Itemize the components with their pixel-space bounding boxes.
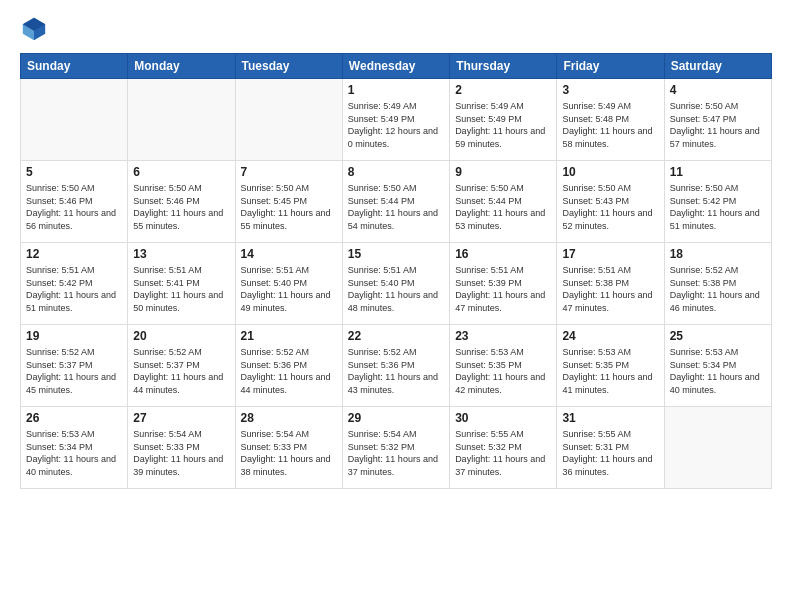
calendar-cell: 25 Sunrise: 5:53 AMSunset: 5:34 PMDaylig… [664,325,771,407]
cell-details: Sunrise: 5:50 AMSunset: 5:46 PMDaylight:… [133,182,229,232]
calendar-cell: 4 Sunrise: 5:50 AMSunset: 5:47 PMDayligh… [664,79,771,161]
day-number: 9 [455,165,551,179]
calendar-cell: 20 Sunrise: 5:52 AMSunset: 5:37 PMDaylig… [128,325,235,407]
calendar-cell: 12 Sunrise: 5:51 AMSunset: 5:42 PMDaylig… [21,243,128,325]
cell-details: Sunrise: 5:51 AMSunset: 5:39 PMDaylight:… [455,264,551,314]
day-number: 26 [26,411,122,425]
day-number: 29 [348,411,444,425]
day-number: 20 [133,329,229,343]
weekday-header-row: SundayMondayTuesdayWednesdayThursdayFrid… [21,54,772,79]
cell-details: Sunrise: 5:50 AMSunset: 5:46 PMDaylight:… [26,182,122,232]
calendar-cell: 19 Sunrise: 5:52 AMSunset: 5:37 PMDaylig… [21,325,128,407]
day-number: 5 [26,165,122,179]
day-number: 19 [26,329,122,343]
day-number: 28 [241,411,337,425]
calendar-cell: 17 Sunrise: 5:51 AMSunset: 5:38 PMDaylig… [557,243,664,325]
week-row: 12 Sunrise: 5:51 AMSunset: 5:42 PMDaylig… [21,243,772,325]
page: SundayMondayTuesdayWednesdayThursdayFrid… [0,0,792,612]
weekday-header: Friday [557,54,664,79]
calendar-cell: 2 Sunrise: 5:49 AMSunset: 5:49 PMDayligh… [450,79,557,161]
day-number: 3 [562,83,658,97]
logo [20,15,52,43]
day-number: 18 [670,247,766,261]
weekday-header: Sunday [21,54,128,79]
cell-details: Sunrise: 5:55 AMSunset: 5:31 PMDaylight:… [562,428,658,478]
calendar-cell: 8 Sunrise: 5:50 AMSunset: 5:44 PMDayligh… [342,161,449,243]
day-number: 4 [670,83,766,97]
day-number: 1 [348,83,444,97]
cell-details: Sunrise: 5:54 AMSunset: 5:32 PMDaylight:… [348,428,444,478]
day-number: 23 [455,329,551,343]
calendar-cell: 18 Sunrise: 5:52 AMSunset: 5:38 PMDaylig… [664,243,771,325]
cell-details: Sunrise: 5:52 AMSunset: 5:37 PMDaylight:… [133,346,229,396]
calendar-cell: 13 Sunrise: 5:51 AMSunset: 5:41 PMDaylig… [128,243,235,325]
cell-details: Sunrise: 5:53 AMSunset: 5:35 PMDaylight:… [562,346,658,396]
calendar-cell: 29 Sunrise: 5:54 AMSunset: 5:32 PMDaylig… [342,407,449,489]
day-number: 10 [562,165,658,179]
calendar-cell: 28 Sunrise: 5:54 AMSunset: 5:33 PMDaylig… [235,407,342,489]
day-number: 6 [133,165,229,179]
cell-details: Sunrise: 5:49 AMSunset: 5:49 PMDaylight:… [348,100,444,150]
calendar-cell: 14 Sunrise: 5:51 AMSunset: 5:40 PMDaylig… [235,243,342,325]
cell-details: Sunrise: 5:54 AMSunset: 5:33 PMDaylight:… [133,428,229,478]
header [20,15,772,43]
week-row: 1 Sunrise: 5:49 AMSunset: 5:49 PMDayligh… [21,79,772,161]
day-number: 16 [455,247,551,261]
calendar-cell: 22 Sunrise: 5:52 AMSunset: 5:36 PMDaylig… [342,325,449,407]
weekday-header: Monday [128,54,235,79]
day-number: 15 [348,247,444,261]
day-number: 2 [455,83,551,97]
calendar-table: SundayMondayTuesdayWednesdayThursdayFrid… [20,53,772,489]
cell-details: Sunrise: 5:50 AMSunset: 5:44 PMDaylight:… [455,182,551,232]
day-number: 14 [241,247,337,261]
calendar-cell [21,79,128,161]
week-row: 26 Sunrise: 5:53 AMSunset: 5:34 PMDaylig… [21,407,772,489]
day-number: 17 [562,247,658,261]
calendar-cell: 1 Sunrise: 5:49 AMSunset: 5:49 PMDayligh… [342,79,449,161]
calendar-cell: 31 Sunrise: 5:55 AMSunset: 5:31 PMDaylig… [557,407,664,489]
cell-details: Sunrise: 5:51 AMSunset: 5:40 PMDaylight:… [348,264,444,314]
cell-details: Sunrise: 5:49 AMSunset: 5:49 PMDaylight:… [455,100,551,150]
calendar-cell: 16 Sunrise: 5:51 AMSunset: 5:39 PMDaylig… [450,243,557,325]
cell-details: Sunrise: 5:52 AMSunset: 5:36 PMDaylight:… [348,346,444,396]
cell-details: Sunrise: 5:50 AMSunset: 5:43 PMDaylight:… [562,182,658,232]
cell-details: Sunrise: 5:50 AMSunset: 5:44 PMDaylight:… [348,182,444,232]
calendar-cell [235,79,342,161]
calendar-cell: 3 Sunrise: 5:49 AMSunset: 5:48 PMDayligh… [557,79,664,161]
logo-icon [20,15,48,43]
cell-details: Sunrise: 5:51 AMSunset: 5:42 PMDaylight:… [26,264,122,314]
calendar-cell [128,79,235,161]
week-row: 5 Sunrise: 5:50 AMSunset: 5:46 PMDayligh… [21,161,772,243]
calendar-cell: 30 Sunrise: 5:55 AMSunset: 5:32 PMDaylig… [450,407,557,489]
weekday-header: Saturday [664,54,771,79]
day-number: 8 [348,165,444,179]
cell-details: Sunrise: 5:52 AMSunset: 5:38 PMDaylight:… [670,264,766,314]
day-number: 12 [26,247,122,261]
calendar-cell: 27 Sunrise: 5:54 AMSunset: 5:33 PMDaylig… [128,407,235,489]
day-number: 7 [241,165,337,179]
day-number: 24 [562,329,658,343]
calendar-cell: 5 Sunrise: 5:50 AMSunset: 5:46 PMDayligh… [21,161,128,243]
cell-details: Sunrise: 5:52 AMSunset: 5:37 PMDaylight:… [26,346,122,396]
cell-details: Sunrise: 5:52 AMSunset: 5:36 PMDaylight:… [241,346,337,396]
cell-details: Sunrise: 5:55 AMSunset: 5:32 PMDaylight:… [455,428,551,478]
day-number: 30 [455,411,551,425]
cell-details: Sunrise: 5:50 AMSunset: 5:47 PMDaylight:… [670,100,766,150]
cell-details: Sunrise: 5:53 AMSunset: 5:35 PMDaylight:… [455,346,551,396]
calendar-cell: 7 Sunrise: 5:50 AMSunset: 5:45 PMDayligh… [235,161,342,243]
calendar-cell: 11 Sunrise: 5:50 AMSunset: 5:42 PMDaylig… [664,161,771,243]
day-number: 31 [562,411,658,425]
weekday-header: Wednesday [342,54,449,79]
cell-details: Sunrise: 5:51 AMSunset: 5:38 PMDaylight:… [562,264,658,314]
cell-details: Sunrise: 5:53 AMSunset: 5:34 PMDaylight:… [670,346,766,396]
day-number: 11 [670,165,766,179]
cell-details: Sunrise: 5:50 AMSunset: 5:45 PMDaylight:… [241,182,337,232]
calendar-cell: 9 Sunrise: 5:50 AMSunset: 5:44 PMDayligh… [450,161,557,243]
calendar-cell: 10 Sunrise: 5:50 AMSunset: 5:43 PMDaylig… [557,161,664,243]
week-row: 19 Sunrise: 5:52 AMSunset: 5:37 PMDaylig… [21,325,772,407]
cell-details: Sunrise: 5:54 AMSunset: 5:33 PMDaylight:… [241,428,337,478]
cell-details: Sunrise: 5:50 AMSunset: 5:42 PMDaylight:… [670,182,766,232]
cell-details: Sunrise: 5:49 AMSunset: 5:48 PMDaylight:… [562,100,658,150]
day-number: 22 [348,329,444,343]
day-number: 27 [133,411,229,425]
